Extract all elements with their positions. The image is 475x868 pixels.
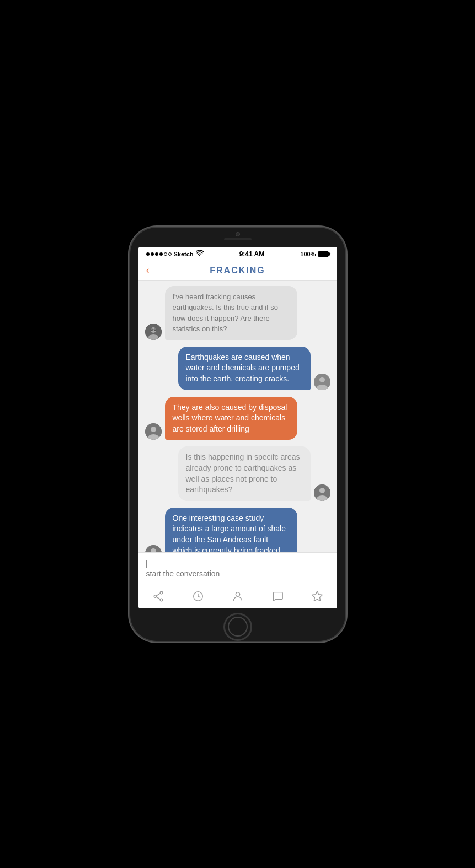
- battery-icon: [318, 251, 329, 257]
- page-title: FRACKING: [210, 266, 265, 276]
- clock-icon: [191, 590, 205, 603]
- svg-point-13: [319, 488, 325, 493]
- avatar: [145, 545, 162, 552]
- svg-point-18: [160, 591, 163, 594]
- avatar: [145, 324, 162, 340]
- svg-point-10: [151, 427, 156, 432]
- share-icon: [152, 590, 165, 603]
- svg-point-7: [319, 377, 325, 382]
- tab-share[interactable]: [152, 590, 165, 603]
- svg-point-26: [236, 592, 239, 596]
- wifi-icon: [196, 250, 204, 257]
- message-row: They are also caused by disposal wells w…: [145, 397, 330, 440]
- back-button[interactable]: ‹: [146, 265, 150, 276]
- chat-input[interactable]: [146, 568, 329, 579]
- star-icon: [311, 590, 324, 603]
- notch: [224, 228, 252, 240]
- message-text: I've heard fracking causes earthquakes. …: [173, 293, 279, 333]
- svg-point-19: [154, 595, 157, 598]
- message-text: Is this happening in specifc areas alrea…: [186, 452, 300, 494]
- dot-2: [151, 252, 154, 256]
- tab-bar: [138, 585, 337, 608]
- dot-4: [159, 252, 163, 256]
- person-icon: [231, 590, 244, 603]
- message-text: Earthquakes are caused when water and ch…: [186, 353, 300, 383]
- message-row: Earthquakes are caused when water and ch…: [145, 347, 330, 390]
- signal-dots: [146, 252, 172, 256]
- status-time: 9:41 AM: [239, 250, 265, 258]
- camera: [236, 232, 240, 236]
- status-right: 100%: [300, 251, 329, 257]
- home-button[interactable]: [223, 613, 252, 640]
- message-bubble: One interesting case study indicates a l…: [165, 508, 297, 552]
- status-bar: Sketch 9:41 AM 100%: [138, 247, 337, 261]
- message-row: Is this happening in specifc areas alrea…: [145, 446, 330, 500]
- phone-screen: Sketch 9:41 AM 100%: [138, 247, 337, 609]
- chat-area[interactable]: I've heard fracking causes earthquakes. …: [138, 281, 337, 553]
- input-area[interactable]: [138, 552, 337, 585]
- message-bubble: I've heard fracking causes earthquakes. …: [165, 286, 297, 340]
- svg-line-22: [156, 597, 160, 599]
- message-row: One interesting case study indicates a l…: [145, 508, 330, 552]
- svg-point-20: [160, 599, 163, 601]
- dot-3: [155, 252, 158, 256]
- tab-chat[interactable]: [271, 590, 284, 603]
- home-button-ring: [228, 617, 248, 637]
- tab-favorites[interactable]: [311, 590, 324, 603]
- dot-6: [168, 252, 172, 256]
- avatar: [145, 423, 162, 440]
- avatar: [314, 484, 330, 501]
- dot-5: [164, 252, 167, 256]
- tab-profile[interactable]: [231, 590, 244, 603]
- svg-marker-27: [312, 591, 322, 601]
- message-bubble: Earthquakes are caused when water and ch…: [178, 347, 311, 390]
- message-text: They are also caused by disposal wells w…: [173, 403, 287, 433]
- message-bubble: Is this happening in specifc areas alrea…: [178, 446, 311, 500]
- svg-line-21: [156, 594, 160, 596]
- carrier-label: Sketch: [174, 251, 194, 257]
- battery-percent: 100%: [300, 251, 316, 257]
- message-text: One interesting case study indicates a l…: [173, 514, 286, 552]
- nav-bar: ‹ FRACKING: [138, 261, 337, 281]
- speaker: [224, 238, 252, 240]
- svg-line-25: [198, 596, 200, 597]
- message-row: I've heard fracking causes earthquakes. …: [145, 286, 330, 340]
- cursor: [146, 560, 147, 568]
- tab-history[interactable]: [191, 590, 205, 603]
- chat-icon: [271, 590, 284, 603]
- status-left: Sketch: [146, 250, 204, 257]
- dot-1: [146, 252, 150, 256]
- message-bubble: They are also caused by disposal wells w…: [165, 397, 297, 440]
- avatar: [314, 374, 330, 390]
- phone-frame: Sketch 9:41 AM 100%: [130, 228, 345, 641]
